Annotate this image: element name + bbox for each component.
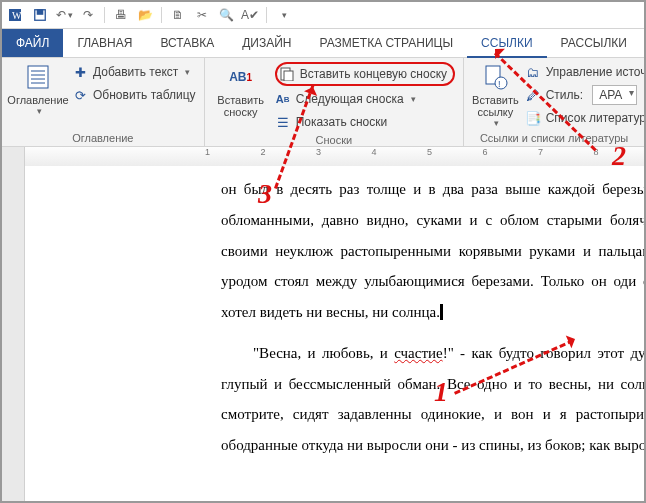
insert-citation-button[interactable]: ! Вставить ссылку ▾: [472, 62, 519, 128]
qat-new-icon[interactable]: 🗎: [168, 5, 188, 25]
group-toc: Оглавление ▾ ✚ Добавить текст ▾ ⟳ Обнови…: [2, 58, 205, 146]
quick-access-toolbar: W ↶▾ ↷ 🖶 📂 🗎 ✂ 🔍 A✔ ▾: [2, 2, 644, 29]
horizontal-ruler[interactable]: 1 2 3 4 5 6 7 8 9 10 11 12 13: [25, 147, 644, 167]
svg-point-12: [495, 77, 507, 89]
document-area: он был в десять раз толще и в два раза в…: [2, 166, 644, 501]
paragraph-1: он был в десять раз толще и в два раза в…: [221, 181, 644, 320]
update-table-button[interactable]: ⟳ Обновить таблицу: [72, 85, 196, 105]
svg-rect-3: [37, 10, 42, 14]
add-text-icon: ✚: [72, 64, 88, 80]
group-citations: ! Вставить ссылку ▾ 🗂 Управление источни…: [464, 58, 644, 146]
toc-button[interactable]: Оглавление ▾: [10, 62, 66, 116]
qat-print-icon[interactable]: 🖶: [111, 5, 131, 25]
style-icon: 🖉: [525, 87, 541, 103]
endnote-icon: [279, 66, 295, 82]
svg-rect-4: [28, 66, 48, 88]
svg-rect-10: [284, 71, 293, 81]
qat-find-icon[interactable]: 🔍: [216, 5, 236, 25]
manage-sources-label: Управление источник: [546, 65, 646, 79]
add-text-label: Добавить текст: [93, 65, 178, 79]
document-text[interactable]: он был в десять раз толще и в два раза в…: [25, 166, 644, 461]
ribbon-tabs: ФАЙЛ ГЛАВНАЯ ВСТАВКА ДИЗАЙН РАЗМЕТКА СТР…: [2, 29, 644, 58]
show-notes-label: Показать сноски: [296, 115, 388, 129]
manage-sources-button[interactable]: 🗂 Управление источник: [525, 62, 646, 82]
group-footnotes: AB1 Вставить сноску Вставить концевую сн…: [205, 58, 464, 146]
vertical-ruler[interactable]: [2, 166, 25, 501]
bibliography-label: Список литературы: [546, 111, 646, 125]
next-footnote-icon: AB: [275, 91, 291, 107]
tab-insert[interactable]: ВСТАВКА: [146, 29, 228, 57]
tab-file[interactable]: ФАЙЛ: [2, 29, 63, 57]
toc-label: Оглавление: [7, 94, 68, 106]
ruler-corner: [2, 147, 25, 167]
citation-style-row: 🖉 Стиль: APA: [525, 85, 646, 105]
insert-citation-label: Вставить ссылку: [472, 94, 519, 118]
tab-references[interactable]: ССЫЛКИ: [467, 29, 546, 57]
group-label-toc: Оглавление: [10, 130, 196, 144]
group-label-citations: Ссылки и списки литературы: [472, 130, 636, 144]
redo-button[interactable]: ↷: [78, 5, 98, 25]
manage-sources-icon: 🗂: [525, 64, 541, 80]
ruler-row: 1 2 3 4 5 6 7 8 9 10 11 12 13: [2, 147, 644, 168]
paragraph-2a: "Весна, и любовь, и: [253, 345, 394, 361]
insert-endnote-label: Вставить концевую сноску: [300, 67, 447, 81]
footnote-icon: AB1: [226, 62, 256, 92]
bibliography-icon: 📑: [525, 110, 541, 126]
next-footnote-label: Следующая сноска: [296, 92, 404, 106]
show-notes-button[interactable]: ☰ Показать сноски: [275, 112, 455, 132]
chevron-down-icon: ▾: [411, 94, 416, 104]
next-footnote-button[interactable]: AB Следующая сноска ▾: [275, 89, 455, 109]
citation-icon: !: [480, 62, 510, 92]
qat-open-icon[interactable]: 📂: [135, 5, 155, 25]
toc-icon: [23, 62, 53, 92]
add-text-button[interactable]: ✚ Добавить текст ▾: [72, 62, 196, 82]
update-table-label: Обновить таблицу: [93, 88, 196, 102]
spell-error: счастие: [394, 345, 442, 361]
undo-button[interactable]: ↶▾: [54, 5, 74, 25]
update-icon: ⟳: [72, 87, 88, 103]
document-page[interactable]: он был в десять раз толще и в два раза в…: [25, 166, 644, 501]
insert-footnote-button[interactable]: AB1 Вставить сноску: [213, 62, 269, 118]
insert-footnote-label: Вставить сноску: [213, 94, 269, 118]
save-button[interactable]: [30, 5, 50, 25]
chevron-down-icon: ▾: [37, 106, 42, 116]
qat-customize-icon[interactable]: ▾: [273, 5, 293, 25]
style-combo[interactable]: APA: [592, 85, 637, 105]
insert-endnote-button[interactable]: Вставить концевую сноску: [275, 62, 455, 86]
ribbon: Оглавление ▾ ✚ Добавить текст ▾ ⟳ Обнови…: [2, 58, 644, 147]
svg-text:W: W: [12, 10, 22, 21]
tab-design[interactable]: ДИЗАЙН: [228, 29, 305, 57]
tab-page-layout[interactable]: РАЗМЕТКА СТРАНИЦЫ: [306, 29, 468, 57]
bibliography-button[interactable]: 📑 Список литературы ▾: [525, 108, 646, 128]
qat-cut-icon[interactable]: ✂: [192, 5, 212, 25]
word-app-icon: W: [8, 6, 26, 24]
ruler-marks: 1 2 3 4 5 6 7 8 9 10 11 12 13: [25, 147, 644, 167]
chevron-down-icon: ▾: [494, 118, 499, 128]
tab-mailings[interactable]: РАССЫЛКИ: [547, 29, 641, 57]
group-label-footnotes: Сноски: [213, 132, 455, 146]
svg-text:!: !: [498, 79, 501, 89]
tab-home[interactable]: ГЛАВНАЯ: [63, 29, 146, 57]
style-label: Стиль:: [546, 88, 583, 102]
qat-spell-icon[interactable]: A✔: [240, 5, 260, 25]
text-cursor: [440, 304, 443, 320]
chevron-down-icon: ▾: [185, 67, 190, 77]
show-notes-icon: ☰: [275, 114, 291, 130]
